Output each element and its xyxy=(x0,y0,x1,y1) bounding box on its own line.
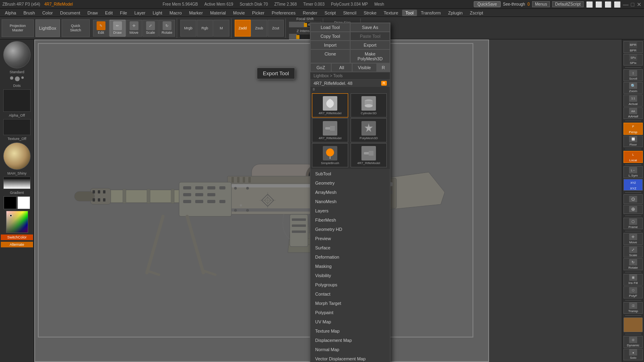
nanomesh-item[interactable]: NanoMesh xyxy=(310,197,390,206)
main-canvas[interactable]: ⊕ ⊕ xyxy=(34,39,489,362)
menu-texture[interactable]: Texture xyxy=(380,10,401,16)
foreground-color[interactable] xyxy=(4,196,17,209)
menu-light[interactable]: Light xyxy=(149,10,165,16)
import-button[interactable]: Import xyxy=(310,41,350,49)
clone-button[interactable]: Clone xyxy=(310,49,350,63)
uv-map-item[interactable]: UV Map xyxy=(310,317,390,326)
tool-thumb-2[interactable]: Cylinder3D xyxy=(351,93,387,117)
menus-button[interactable]: Menus xyxy=(532,1,550,7)
menu-stroke[interactable]: Stroke xyxy=(360,10,380,16)
xyz-button[interactable]: XYZ XYZ xyxy=(623,179,643,191)
menu-brush[interactable]: Brush xyxy=(20,10,38,16)
local-button[interactable]: L Local xyxy=(623,151,643,163)
material-preview[interactable] xyxy=(3,142,31,170)
scale-button[interactable]: ⤢ Scale xyxy=(142,20,159,37)
polyf-button[interactable]: ⬡ PolyF xyxy=(623,286,643,298)
polygroups-item[interactable]: Polygroups xyxy=(310,280,390,289)
menu-zscript[interactable]: Zscript xyxy=(466,10,486,16)
load-tool-button[interactable]: Load Tool xyxy=(310,23,350,32)
export-button[interactable]: Export xyxy=(350,41,390,49)
frame-button[interactable]: ⬡ Frame xyxy=(623,218,643,230)
m-button[interactable]: M xyxy=(213,20,229,37)
fibermesh-item[interactable]: FiberMesh xyxy=(310,215,390,224)
scroll-button[interactable]: ↕ Scroll xyxy=(623,69,643,81)
geometry-item[interactable]: Geometry xyxy=(310,178,390,187)
symmetry-button[interactable]: ⊙ xyxy=(623,194,643,204)
save-as-button[interactable]: Save As xyxy=(350,23,390,32)
gradient-preview[interactable] xyxy=(3,177,31,189)
copy-tool-button[interactable]: Copy Tool xyxy=(310,32,350,41)
tool-thumb-1[interactable]: 4R7_RifleModel xyxy=(312,93,348,117)
menu-picker[interactable]: Picker xyxy=(249,10,268,16)
quicksave-button[interactable]: QuickSave xyxy=(474,1,500,7)
alternate-button[interactable]: Alternate xyxy=(1,242,33,247)
paste-tool-button[interactable]: Paste Tool xyxy=(350,32,390,41)
standard-brush-preview[interactable] xyxy=(3,41,31,68)
r-button[interactable]: R xyxy=(377,63,390,72)
spix-button[interactable]: SPx SPix xyxy=(623,54,643,66)
preview-item[interactable]: Preview xyxy=(310,234,390,243)
geometry-hd-item[interactable]: Geometry HD xyxy=(310,224,390,234)
tool-thumb-6[interactable]: 4R7_RifleModel xyxy=(351,143,387,167)
layers-item[interactable]: Layers xyxy=(310,206,390,215)
menu-edit[interactable]: Edit xyxy=(102,10,116,16)
subtool-item[interactable]: SubTool xyxy=(310,169,390,178)
bpr-button[interactable]: BPR BPR xyxy=(623,41,643,53)
rp-scale-button[interactable]: ⤢ Scale xyxy=(623,246,643,258)
switch-color-button[interactable]: SwitchColor xyxy=(1,234,33,240)
goz-button[interactable]: GoZ xyxy=(310,63,331,72)
snap-button[interactable]: ⊕ xyxy=(623,205,643,214)
rgb-button[interactable]: Rgb xyxy=(197,20,213,37)
menu-render[interactable]: Render xyxy=(299,10,320,16)
menu-marker[interactable]: Marker xyxy=(186,10,206,16)
tool-thumb-4[interactable]: PolyMesh3D xyxy=(351,118,387,142)
menu-preferences[interactable]: Preferences xyxy=(268,10,299,16)
menu-movie[interactable]: Movie xyxy=(230,10,248,16)
deformation-item[interactable]: Deformation xyxy=(310,252,390,261)
menu-alpha[interactable]: Alpha xyxy=(2,10,19,16)
menu-layer[interactable]: Layer xyxy=(131,10,149,16)
zcut-button[interactable]: Zcut xyxy=(268,20,284,37)
texture-map-item[interactable]: Texture Map xyxy=(310,326,390,335)
default-zscript-button[interactable]: DefaultZScript xyxy=(552,1,583,7)
menu-script[interactable]: Script xyxy=(321,10,339,16)
ins-fill-button[interactable]: ▦ Ins Fill xyxy=(623,274,643,286)
edit-button[interactable]: ✎ Edit xyxy=(93,20,109,37)
r2-button[interactable]: R xyxy=(381,81,387,86)
menu-file[interactable]: File xyxy=(117,10,130,16)
zadd-button[interactable]: Zadd xyxy=(235,20,251,37)
contact-item[interactable]: Contact xyxy=(310,289,390,298)
texture-off-preview[interactable] xyxy=(3,119,31,135)
projection-master-button[interactable]: ProjectionMaster xyxy=(2,19,34,37)
actual-button[interactable]: 1:1 Actual xyxy=(623,95,643,107)
menu-color[interactable]: Color xyxy=(39,10,56,16)
solo-button[interactable]: ● Solo xyxy=(623,349,643,361)
alpha-off-preview[interactable] xyxy=(3,89,31,112)
quick-sketch-button[interactable]: QuickSketch xyxy=(62,19,90,37)
persp-button[interactable]: P Persp xyxy=(623,123,643,135)
menu-draw[interactable]: Draw xyxy=(84,10,101,16)
floor-button[interactable]: ⬜ Floor xyxy=(623,136,643,148)
menu-transform[interactable]: Transform xyxy=(418,10,444,16)
menu-document[interactable]: Document xyxy=(57,10,83,16)
surface-item[interactable]: Surface xyxy=(310,243,390,252)
background-color[interactable] xyxy=(17,196,30,209)
zsub-button[interactable]: Zsub xyxy=(251,20,267,37)
menu-material[interactable]: Material xyxy=(207,10,229,16)
lightbox-button[interactable]: LightBox xyxy=(35,19,60,37)
rotate-button[interactable]: ↻ Rotate xyxy=(159,20,175,37)
draw-button[interactable]: ✏ Draw xyxy=(109,20,126,37)
displacement-map-item[interactable]: Displacement Map xyxy=(310,335,390,345)
normal-map-item[interactable]: Normal Map xyxy=(310,345,390,354)
lsym-button[interactable]: L↔ L.Sym xyxy=(623,166,643,178)
visibility-item[interactable]: Visibility xyxy=(310,271,390,280)
transp-button[interactable]: ◫ Transp xyxy=(623,302,643,314)
polypaint-item[interactable]: Polypaint xyxy=(310,308,390,317)
masking-item[interactable]: Masking xyxy=(310,261,390,271)
visible-button[interactable]: Visible xyxy=(352,63,377,72)
morph-target-item[interactable]: Morph Target xyxy=(310,298,390,308)
rp-move-button[interactable]: ✛ Move xyxy=(623,233,643,245)
tool-thumb-5[interactable]: SimpleBrush xyxy=(312,143,348,167)
aahalf-button[interactable]: AA AAHalf xyxy=(623,107,643,119)
rp-rotate-button[interactable]: ↻ Rotate xyxy=(623,258,643,270)
